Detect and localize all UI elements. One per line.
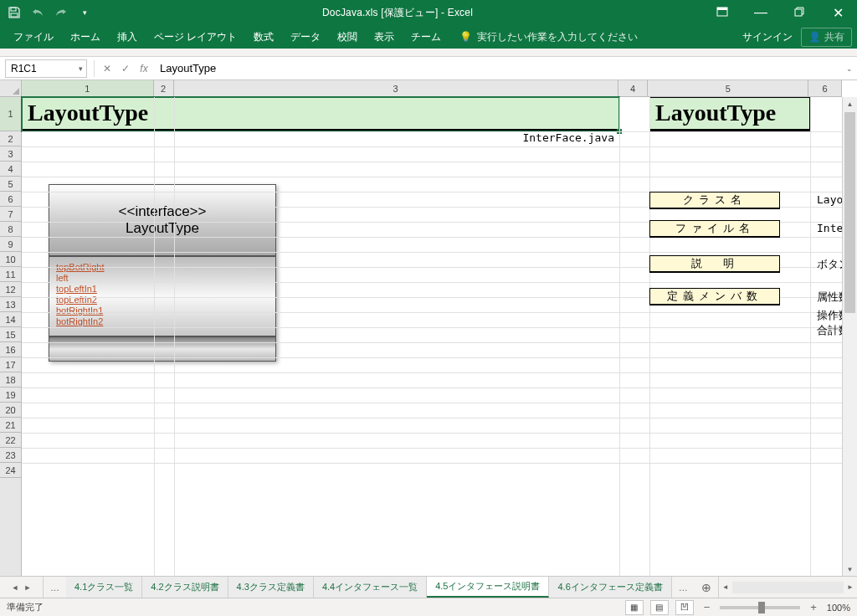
row-header[interactable]: 19 [0, 388, 21, 403]
scroll-down-arrow-icon[interactable]: ▼ [843, 562, 857, 576]
uml-attribute-link[interactable]: topLeftIn1 [56, 284, 269, 294]
row-header[interactable]: 23 [0, 448, 21, 463]
row-header[interactable]: 13 [0, 297, 21, 312]
ribbon-tab-home[interactable]: ホーム [62, 25, 109, 49]
uml-attribute-link[interactable]: botRightIn2 [56, 316, 269, 326]
svg-rect-4 [795, 9, 802, 16]
row-header[interactable]: 21 [0, 418, 21, 433]
row-header[interactable]: 24 [0, 463, 21, 478]
tell-me-search[interactable]: 💡 実行したい作業を入力してください [459, 30, 638, 44]
name-box[interactable]: R1C1 [5, 59, 87, 78]
cancel-formula-button[interactable]: ✕ [98, 59, 116, 78]
sheet-tab-overflow-right[interactable]: … [672, 577, 695, 598]
ribbon-tab-view[interactable]: 表示 [366, 25, 403, 49]
sheet-tab[interactable]: 4.5インタフェース説明書 [427, 577, 549, 598]
row-header[interactable]: 4 [0, 162, 21, 177]
page-layout-view-button[interactable]: ▤ [650, 600, 669, 615]
ribbon-display-options-button[interactable] [703, 0, 742, 25]
uml-attribute-link[interactable]: topLeftIn2 [56, 295, 269, 305]
ribbon-tab-pagelayout[interactable]: ページ レイアウト [146, 25, 245, 49]
page-break-view-button[interactable]: 凹 [675, 600, 694, 615]
uml-diagram-shape[interactable]: <<interface>> LayoutType topBotRightleft… [49, 184, 276, 362]
enter-formula-button[interactable]: ✓ [116, 59, 135, 78]
row-header[interactable]: 2 [0, 131, 21, 146]
scroll-left-arrow-icon[interactable]: ◄ [719, 583, 732, 591]
row-header[interactable]: 9 [0, 237, 21, 252]
row-header[interactable]: 5 [0, 177, 21, 192]
close-button[interactable]: ✕ [819, 0, 857, 25]
undo-icon[interactable] [30, 5, 45, 20]
sheet-tab[interactable]: 4.1クラス一覧 [66, 577, 142, 598]
zoom-thumb[interactable] [758, 602, 765, 613]
cell-title-main[interactable]: LayoutType [22, 97, 619, 131]
zoom-in-button[interactable]: + [807, 601, 820, 613]
h-scroll-track[interactable] [732, 582, 844, 593]
scroll-up-arrow-icon[interactable]: ▲ [843, 97, 857, 110]
minimize-button[interactable]: — [742, 0, 780, 25]
scroll-thumb[interactable] [844, 112, 855, 313]
column-header[interactable]: 6 [808, 80, 842, 96]
row-header[interactable]: 15 [0, 327, 21, 342]
column-header[interactable]: 2 [154, 80, 174, 96]
column-header[interactable]: 5 [648, 80, 808, 96]
row-header[interactable]: 12 [0, 282, 21, 297]
uml-attribute-link[interactable]: botRightIn1 [56, 305, 269, 316]
redo-icon[interactable] [54, 5, 69, 20]
sheet-tab-overflow-left[interactable]: … [44, 577, 66, 598]
ribbon-tab-formulas[interactable]: 数式 [245, 25, 282, 49]
label-box[interactable]: クラス名 [649, 192, 780, 209]
cell-title-side[interactable]: LayoutType [649, 97, 810, 131]
uml-classname: LayoutType [126, 220, 199, 237]
ribbon-tab-review[interactable]: 校閲 [329, 25, 366, 49]
ribbon-tab-team[interactable]: チーム [403, 25, 449, 49]
worksheet-grid[interactable]: 123456 123456789101112131415161718192021… [0, 80, 857, 576]
save-icon[interactable] [7, 5, 22, 20]
label-box[interactable]: 定義メンバ数 [649, 288, 780, 305]
horizontal-scrollbar[interactable]: ◄ ► [718, 577, 857, 598]
row-header[interactable]: 8 [0, 222, 21, 237]
label-box[interactable]: 説 明 [649, 255, 780, 273]
row-header[interactable]: 17 [0, 357, 21, 372]
row-header[interactable]: 1 [0, 97, 21, 131]
formula-input[interactable] [153, 59, 842, 78]
row-header[interactable]: 14 [0, 312, 21, 327]
vertical-scrollbar[interactable]: ▲ ▼ [842, 97, 857, 576]
sheet-tab[interactable]: 4.4インタフェース一覧 [314, 577, 427, 598]
qat-customize-icon[interactable]: ▾ [77, 5, 92, 20]
row-header[interactable]: 11 [0, 267, 21, 282]
ribbon-tab-data[interactable]: データ [282, 25, 329, 49]
scroll-right-arrow-icon[interactable]: ► [844, 583, 857, 591]
row-header[interactable]: 6 [0, 192, 21, 207]
cell-filename[interactable]: InterFace.java [22, 131, 619, 146]
sheet-tab[interactable]: 4.6インタフェース定義書 [549, 577, 671, 598]
row-header[interactable]: 16 [0, 342, 21, 357]
row-header[interactable]: 3 [0, 146, 21, 162]
sheet-nav-next-icon[interactable]: ► [24, 583, 32, 592]
sheet-tab[interactable]: 4.2クラス説明書 [142, 577, 228, 598]
row-header[interactable]: 20 [0, 403, 21, 418]
ribbon-options-icon [716, 5, 728, 20]
ribbon-tab-insert[interactable]: 挿入 [109, 25, 146, 49]
zoom-out-button[interactable]: − [700, 601, 714, 613]
insert-function-button[interactable]: fx [135, 59, 153, 78]
select-all-button[interactable] [0, 80, 22, 97]
row-header[interactable]: 10 [0, 252, 21, 267]
expand-formula-bar-button[interactable]: ⌄ [842, 64, 857, 73]
label-box[interactable]: ファイル名 [649, 220, 780, 238]
sheet-tab[interactable]: 4.3クラス定義書 [228, 577, 314, 598]
row-header[interactable]: 7 [0, 207, 21, 222]
column-header[interactable]: 4 [618, 80, 649, 96]
ribbon-tab-file[interactable]: ファイル [5, 25, 62, 49]
row-header[interactable]: 22 [0, 433, 21, 448]
zoom-slider[interactable] [720, 606, 800, 609]
new-sheet-button[interactable]: ⊕ [695, 577, 718, 598]
column-header[interactable]: 1 [22, 80, 154, 96]
column-header[interactable]: 3 [174, 80, 618, 96]
share-button[interactable]: 👤 共有 [801, 28, 852, 47]
sheet-nav-prev-icon[interactable]: ◄ [12, 583, 19, 592]
row-header[interactable]: 18 [0, 372, 21, 388]
sign-in-link[interactable]: サインイン [742, 30, 793, 44]
restore-button[interactable] [780, 0, 819, 25]
cells-area[interactable]: LayoutType LayoutType InterFace.java <<i… [22, 97, 842, 576]
normal-view-button[interactable]: ▦ [625, 600, 644, 615]
